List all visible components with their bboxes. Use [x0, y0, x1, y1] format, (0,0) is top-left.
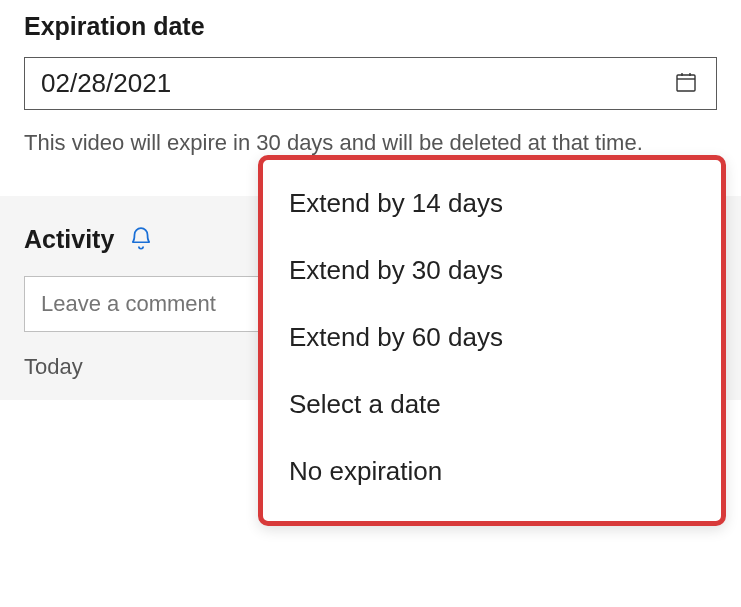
expiration-options-menu: Extend by 14 days Extend by 30 days Exte… [258, 155, 726, 526]
expiration-date-label: Expiration date [0, 0, 741, 49]
activity-title: Activity [24, 225, 114, 254]
bell-icon[interactable] [128, 226, 154, 252]
svg-rect-0 [677, 75, 695, 91]
expiration-helper-text: This video will expire in 30 days and wi… [0, 110, 700, 158]
menu-item-no-expiration[interactable]: No expiration [263, 438, 721, 505]
expiration-date-input[interactable] [41, 68, 672, 99]
expiration-date-field[interactable] [24, 57, 717, 110]
menu-item-select-date[interactable]: Select a date [263, 371, 721, 438]
menu-item-extend-60[interactable]: Extend by 60 days [263, 304, 721, 371]
calendar-icon [674, 70, 698, 97]
menu-item-extend-14[interactable]: Extend by 14 days [263, 170, 721, 237]
calendar-picker-button[interactable] [672, 68, 700, 99]
menu-item-extend-30[interactable]: Extend by 30 days [263, 237, 721, 304]
